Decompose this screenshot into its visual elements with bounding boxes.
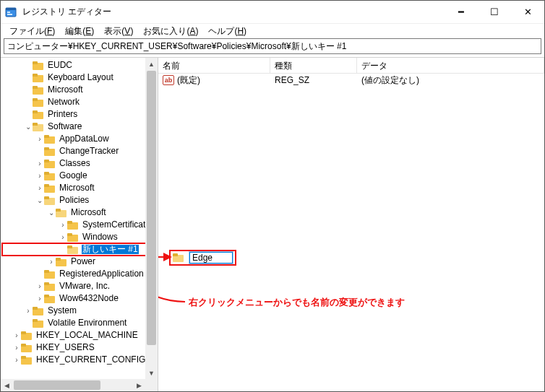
chevron-right-icon[interactable]: › <box>35 170 44 182</box>
tree-item[interactable]: ⌄Policies <box>2 194 158 206</box>
col-name-header[interactable]: 名前 <box>158 58 270 73</box>
menu-e[interactable]: 編集(E) <box>61 24 98 39</box>
address-bar[interactable]: コンピューター¥HKEY_CURRENT_USER¥Software¥Polic… <box>4 38 541 54</box>
chevron-right-icon[interactable]: › <box>12 354 21 366</box>
tree-item-label: HKEY_LOCAL_MACHINE <box>35 329 140 341</box>
chevron-right-icon[interactable]: › <box>24 305 33 317</box>
scroll-right-icon[interactable]: ▶ <box>133 379 145 391</box>
chevron-right-icon[interactable]: › <box>59 231 67 243</box>
tree-item[interactable]: ›Windows <box>2 231 158 243</box>
menubar: ファイル(F)編集(E)表示(V)お気に入り(A)ヘルプ(H) <box>1 24 544 38</box>
tree-item[interactable]: ›新しいキー #1 <box>2 243 158 256</box>
scroll-thumb[interactable] <box>147 71 156 345</box>
tree-item-label: SystemCertificat <box>81 219 147 231</box>
tree-item[interactable]: ›VMware, Inc. <box>2 280 158 292</box>
svg-rect-2 <box>7 12 10 13</box>
window-title: レジストリ エディター <box>22 6 445 18</box>
tree-item[interactable]: ⌄Microsoft <box>2 206 158 219</box>
tree-item[interactable]: ›HKEY_USERS <box>2 341 158 354</box>
string-value-icon: ab <box>163 75 174 85</box>
tree-item[interactable]: ›Classes <box>2 157 158 170</box>
tree-item[interactable]: ›Power <box>2 256 158 268</box>
minimize-button[interactable]: ━ <box>445 1 478 23</box>
window-controls: ━ ☐ ✕ <box>445 1 544 23</box>
menu-v[interactable]: 表示(V) <box>100 24 137 39</box>
tree-scrollbar-horizontal[interactable]: ◀ ▶ <box>1 379 158 391</box>
tree-item[interactable]: ›AppDataLow <box>2 133 158 145</box>
tree-item[interactable]: ›Microsoft <box>2 84 158 96</box>
col-data-header[interactable]: データ <box>357 58 544 73</box>
tree-scrollbar-vertical[interactable]: ▲ ▼ <box>145 58 158 391</box>
folder-icon <box>33 319 43 328</box>
chevron-right-icon[interactable]: › <box>35 292 44 305</box>
folder-icon <box>44 147 55 156</box>
tree-item[interactable]: ›Network <box>2 96 158 108</box>
value-row[interactable]: ab(既定)REG_SZ(値の設定なし) <box>158 74 544 87</box>
chevron-right-icon[interactable]: › <box>47 256 56 268</box>
scroll-down-icon[interactable]: ▼ <box>145 367 158 379</box>
tree[interactable]: ›EUDC›Keyboard Layout›Microsoft›Network›… <box>1 58 158 367</box>
rename-callout <box>169 250 236 266</box>
tree-item-label: Volatile Environment <box>46 317 128 329</box>
close-button[interactable]: ✕ <box>511 1 544 23</box>
tree-item-label: HKEY_USERS <box>35 341 96 354</box>
tree-item[interactable]: ›Volatile Environment <box>2 317 158 329</box>
tree-item[interactable]: ›SystemCertificat <box>2 219 158 231</box>
scroll-thumb[interactable] <box>14 380 100 390</box>
values-header: 名前 種類 データ <box>158 58 544 74</box>
tree-item-rename-field[interactable]: 新しいキー #1 <box>81 244 140 255</box>
titlebar: レジストリ エディター ━ ☐ ✕ <box>1 1 544 24</box>
tree-item-label: AppDataLow <box>58 133 111 145</box>
tree-item[interactable]: ›Printers <box>2 108 158 121</box>
folder-icon <box>33 307 43 315</box>
chevron-right-icon[interactable]: › <box>12 341 21 354</box>
tree-item[interactable]: ›Wow6432Node <box>2 292 158 305</box>
tree-item[interactable]: ›EUDC <box>2 59 158 71</box>
chevron-down-icon[interactable]: ⌄ <box>35 194 44 206</box>
chevron-right-icon: › <box>59 243 67 256</box>
tree-item-label: EUDC <box>46 59 74 71</box>
tree-item[interactable]: ›Microsoft <box>2 182 158 194</box>
chevron-down-icon[interactable]: ⌄ <box>24 121 33 133</box>
content-area: ›EUDC›Keyboard Layout›Microsoft›Network›… <box>1 57 544 391</box>
tree-item[interactable]: ›ChangeTracker <box>2 145 158 157</box>
folder-icon <box>33 61 43 70</box>
folder-icon <box>33 86 43 95</box>
tree-item[interactable]: ›RegisteredApplication <box>2 268 158 280</box>
scroll-up-icon[interactable]: ▲ <box>145 58 158 70</box>
svg-rect-1 <box>6 8 16 10</box>
scroll-left-icon[interactable]: ◀ <box>1 379 13 391</box>
tree-item-label: Wow6432Node <box>58 292 120 305</box>
tree-item-label: RegisteredApplication <box>58 268 145 280</box>
maximize-button[interactable]: ☐ <box>478 1 511 23</box>
tree-item[interactable]: ›Keyboard Layout <box>2 71 158 84</box>
tree-item[interactable]: ›System <box>2 305 158 317</box>
chevron-right-icon: › <box>24 59 33 71</box>
tree-item[interactable]: ⌄Software <box>2 121 158 133</box>
chevron-right-icon: › <box>24 96 33 108</box>
chevron-right-icon[interactable]: › <box>35 280 44 292</box>
folder-icon <box>33 110 43 119</box>
tree-item[interactable]: ›HKEY_LOCAL_MACHINE <box>2 329 158 341</box>
chevron-right-icon[interactable]: › <box>35 157 44 170</box>
tree-item[interactable]: ›Google <box>2 170 158 182</box>
folder-icon <box>44 172 55 180</box>
rename-input[interactable] <box>189 252 233 263</box>
chevron-right-icon[interactable]: › <box>12 329 21 341</box>
folder-icon <box>44 270 55 279</box>
chevron-right-icon[interactable]: › <box>35 133 44 145</box>
chevron-down-icon[interactable]: ⌄ <box>47 206 56 219</box>
menu-f[interactable]: ファイル(F) <box>5 24 59 39</box>
menu-a[interactable]: お気に入り(A) <box>139 24 202 39</box>
svg-rect-3 <box>7 14 12 15</box>
folder-icon <box>21 331 32 340</box>
chevron-right-icon[interactable]: › <box>59 219 67 231</box>
chevron-right-icon[interactable]: › <box>35 182 44 194</box>
folder-icon <box>44 135 55 144</box>
col-type-header[interactable]: 種類 <box>270 58 357 73</box>
tree-item-label: VMware, Inc. <box>58 280 111 292</box>
tree-item[interactable]: ›HKEY_CURRENT_CONFIG <box>2 354 158 366</box>
menu-h[interactable]: ヘルプ(H) <box>204 24 251 39</box>
values-list[interactable]: ab(既定)REG_SZ(値の設定なし) <box>158 74 544 87</box>
tree-pane: ›EUDC›Keyboard Layout›Microsoft›Network›… <box>1 58 158 391</box>
